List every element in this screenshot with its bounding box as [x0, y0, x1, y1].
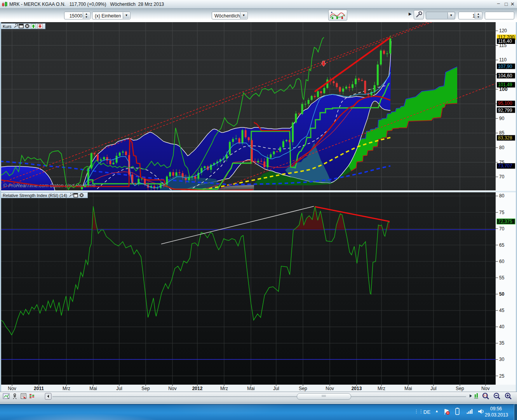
svg-text:Nov: Nov	[481, 386, 489, 391]
svg-text:70: 70	[499, 226, 505, 232]
svg-text:25: 25	[499, 373, 505, 379]
svg-text:83,328: 83,328	[498, 135, 512, 141]
svg-text:72,375: 72,375	[498, 219, 512, 224]
svg-text:104,60: 104,60	[498, 73, 512, 78]
svg-text:Mai: Mai	[89, 386, 97, 391]
svg-text:Sep: Sep	[141, 386, 150, 391]
svg-text:35: 35	[499, 340, 505, 346]
svg-text:65: 65	[499, 242, 505, 248]
svg-text:101,49: 101,49	[498, 82, 512, 87]
svg-text:30: 30	[499, 357, 505, 362]
svg-text:75: 75	[499, 210, 505, 215]
svg-text:Mrz: Mrz	[63, 386, 70, 391]
svg-text:Mai: Mai	[247, 386, 254, 391]
svg-text:116,40: 116,40	[498, 38, 512, 44]
svg-text:Mai: Mai	[404, 386, 412, 391]
svg-text:Jul: Jul	[430, 386, 436, 391]
svg-text:120: 120	[499, 28, 507, 33]
svg-text:80: 80	[499, 193, 505, 199]
svg-text:2012: 2012	[192, 386, 203, 391]
svg-text:40: 40	[499, 324, 505, 329]
svg-text:60: 60	[499, 259, 505, 264]
svg-text:2011: 2011	[34, 386, 44, 391]
svg-text:Nov: Nov	[8, 386, 16, 391]
svg-text:Jul: Jul	[273, 386, 279, 391]
svg-text:Sep: Sep	[299, 386, 307, 391]
svg-text:Mrz: Mrz	[378, 386, 385, 391]
svg-text:73,707: 73,707	[498, 163, 512, 169]
svg-text:70: 70	[499, 174, 505, 180]
svg-text:90: 90	[499, 116, 505, 121]
svg-text:Nov: Nov	[326, 386, 334, 391]
svg-text:107,90: 107,90	[498, 64, 512, 69]
svg-text:55: 55	[499, 275, 505, 281]
svg-text:110: 110	[499, 57, 507, 63]
svg-text:95,100: 95,100	[498, 101, 512, 106]
svg-text:Mrz: Mrz	[220, 386, 228, 391]
svg-text:50: 50	[499, 291, 505, 297]
svg-text:45: 45	[499, 308, 505, 313]
svg-text:80: 80	[499, 145, 505, 150]
svg-text:Sep: Sep	[456, 386, 464, 391]
svg-text:2013: 2013	[352, 386, 362, 391]
svg-text:92,799: 92,799	[498, 108, 512, 113]
svg-text:Nov: Nov	[168, 386, 176, 391]
svg-text:Jul: Jul	[116, 386, 122, 391]
